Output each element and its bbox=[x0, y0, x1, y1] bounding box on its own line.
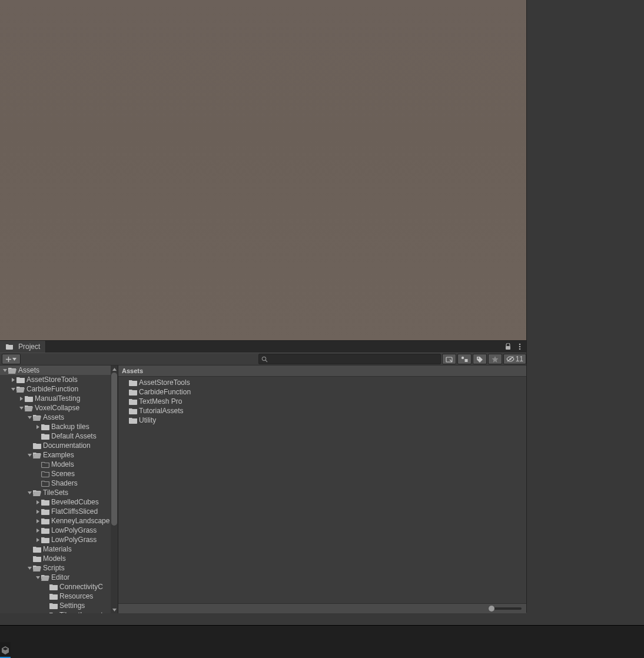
tree-item[interactable]: Scripts bbox=[0, 563, 111, 573]
favorites-button[interactable] bbox=[488, 354, 502, 364]
project-tab-row: Project bbox=[0, 341, 526, 353]
project-tree-scroll[interactable]: AssetsAssetStoreToolsCarbideFunctionManu… bbox=[0, 365, 118, 613]
tree-item-label: Documentation bbox=[43, 441, 91, 450]
chevron-right-icon[interactable] bbox=[34, 510, 41, 514]
tree-item-label: ConnectivityC bbox=[59, 583, 103, 591]
chevron-down-icon[interactable] bbox=[9, 388, 16, 391]
tree-scrollbar[interactable] bbox=[111, 365, 118, 613]
tree-item-label: KenneyLandscape bbox=[51, 517, 109, 525]
chevron-right-icon[interactable] bbox=[34, 500, 41, 504]
tree-item[interactable]: Assets bbox=[0, 365, 111, 375]
tree-item[interactable]: ConnectivityC bbox=[0, 582, 111, 591]
folder-icon bbox=[41, 423, 49, 431]
tree-item-label: FlatCliffsSliced bbox=[51, 507, 98, 516]
slider-knob[interactable] bbox=[489, 606, 494, 612]
tree-item[interactable]: Materials bbox=[0, 544, 111, 554]
folder-icon bbox=[41, 507, 49, 516]
project-content: Assets AssetStoreToolsCarbideFunctionTex… bbox=[118, 365, 526, 613]
folder-outline-icon bbox=[41, 479, 49, 487]
folder-icon bbox=[49, 601, 58, 610]
folder-icon bbox=[129, 407, 137, 415]
content-item[interactable]: TextMesh Pro bbox=[118, 397, 526, 406]
tree-item[interactable]: Examples bbox=[0, 450, 111, 460]
tree-item[interactable]: Documentation bbox=[0, 441, 111, 450]
content-item-label: CarbideFunction bbox=[139, 388, 191, 396]
tree-item[interactable]: Models bbox=[0, 460, 111, 469]
tree-item[interactable]: AssetStoreTools bbox=[0, 375, 111, 384]
tree-item[interactable]: Backup tiles bbox=[0, 422, 111, 431]
tree-item[interactable]: Scenes bbox=[0, 469, 111, 478]
content-item[interactable]: Utility bbox=[118, 416, 526, 425]
svg-rect-7 bbox=[464, 359, 467, 362]
content-item[interactable]: CarbideFunction bbox=[118, 387, 526, 397]
tree-item[interactable]: Assets bbox=[0, 413, 111, 422]
tree-item-label: Settings bbox=[59, 601, 85, 610]
tree-item[interactable]: BevelledCubes bbox=[0, 497, 111, 507]
folder-icon bbox=[25, 394, 33, 403]
tree-item[interactable]: CarbideFunction bbox=[0, 384, 111, 394]
tree-item[interactable]: Shaders bbox=[0, 478, 111, 488]
tree-item[interactable]: FlatCliffsSliced bbox=[0, 507, 111, 516]
tree-item[interactable]: Settings bbox=[0, 601, 111, 610]
tree-item[interactable]: TilesetInspector bbox=[0, 610, 111, 613]
scroll-down-icon[interactable] bbox=[111, 606, 118, 613]
chevron-down-icon[interactable] bbox=[26, 416, 33, 419]
tree-item-label: ManualTesting bbox=[35, 394, 80, 403]
chevron-down-icon[interactable] bbox=[26, 567, 33, 570]
tree-item[interactable]: VoxelCollapse bbox=[0, 403, 111, 413]
thumbnail-size-slider[interactable] bbox=[489, 607, 522, 610]
tab-project[interactable]: Project bbox=[0, 341, 46, 353]
folder-icon bbox=[33, 554, 41, 563]
folder-icon bbox=[16, 375, 25, 384]
folder-open-icon bbox=[8, 366, 16, 374]
search-input[interactable] bbox=[258, 354, 441, 364]
chevron-right-icon[interactable] bbox=[34, 529, 41, 533]
box-icon bbox=[446, 356, 453, 363]
tree-item[interactable]: Editor bbox=[0, 573, 111, 582]
folder-icon bbox=[41, 526, 49, 534]
chevron-right-icon[interactable] bbox=[9, 378, 16, 382]
add-button[interactable] bbox=[2, 354, 21, 364]
breadcrumb[interactable]: Assets bbox=[118, 365, 526, 377]
chevron-down-icon[interactable] bbox=[26, 454, 33, 457]
content-list[interactable]: AssetStoreToolsCarbideFunctionTextMesh P… bbox=[118, 377, 526, 603]
content-footer bbox=[118, 603, 526, 613]
tree-item[interactable]: ManualTesting bbox=[0, 394, 111, 403]
kebab-menu-icon[interactable] bbox=[514, 341, 525, 352]
tree-item[interactable]: Resources bbox=[0, 591, 111, 601]
folder-open-icon bbox=[33, 451, 41, 459]
tree-item[interactable]: Models bbox=[0, 554, 111, 563]
tree-item[interactable]: Default Assets bbox=[0, 431, 111, 441]
scene-viewport[interactable] bbox=[0, 0, 526, 340]
folder-icon bbox=[129, 416, 137, 424]
tree-item[interactable]: KenneyLandscape bbox=[0, 516, 111, 526]
tree-item-label: TilesetInspector bbox=[59, 611, 109, 613]
tree-item[interactable]: LowPolyGrass bbox=[0, 535, 111, 544]
tree-item-label: Scenes bbox=[51, 470, 75, 478]
hidden-items-button[interactable]: 11 bbox=[503, 354, 526, 364]
chevron-down-icon[interactable] bbox=[34, 576, 41, 579]
chevron-right-icon[interactable] bbox=[18, 397, 25, 401]
unity-logo-icon[interactable] bbox=[0, 642, 11, 658]
folder-icon bbox=[41, 536, 49, 544]
search-in-packages-button[interactable] bbox=[442, 354, 456, 364]
search-icon bbox=[261, 356, 268, 363]
filter-by-label-button[interactable] bbox=[473, 354, 487, 364]
chevron-down-icon[interactable] bbox=[1, 369, 8, 372]
tree-item[interactable]: LowPolyGrass bbox=[0, 526, 111, 535]
scroll-up-icon[interactable] bbox=[111, 365, 118, 373]
project-tree: AssetsAssetStoreToolsCarbideFunctionManu… bbox=[0, 365, 118, 613]
tree-item[interactable]: TileSets bbox=[0, 488, 111, 497]
svg-point-3 bbox=[519, 348, 521, 350]
chevron-right-icon[interactable] bbox=[34, 538, 41, 542]
chevron-down-icon[interactable] bbox=[26, 491, 33, 494]
filter-by-type-button[interactable] bbox=[457, 354, 472, 364]
content-item[interactable]: TutorialAssets bbox=[118, 406, 526, 416]
scroll-thumb[interactable] bbox=[111, 373, 117, 526]
folder-open-icon bbox=[33, 488, 41, 497]
content-item[interactable]: AssetStoreTools bbox=[118, 378, 526, 387]
chevron-down-icon[interactable] bbox=[18, 407, 25, 410]
chevron-right-icon[interactable] bbox=[34, 519, 41, 523]
chevron-right-icon[interactable] bbox=[34, 425, 41, 429]
lock-icon[interactable] bbox=[503, 341, 513, 352]
